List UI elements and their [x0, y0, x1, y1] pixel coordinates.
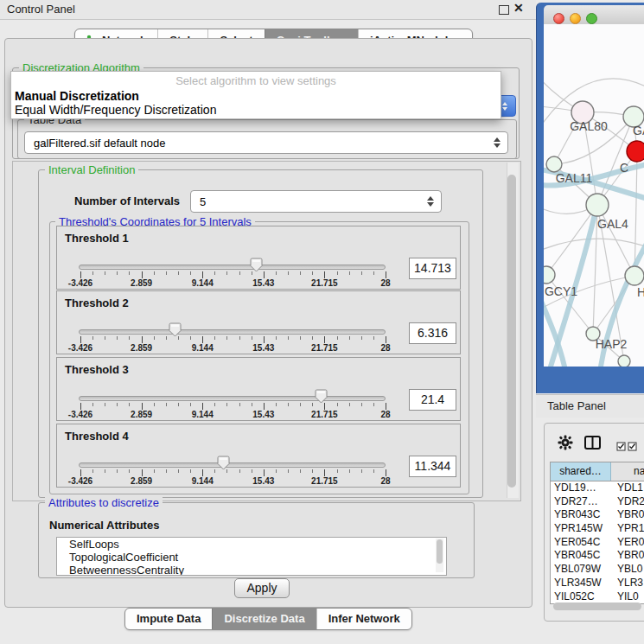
table-row[interactable]: YBR043CYBR0 [551, 508, 644, 522]
minimize-window-icon[interactable] [570, 13, 581, 24]
tick-mark [178, 469, 179, 473]
threshold-3-value-field[interactable]: 21.4 [409, 389, 456, 411]
slider-track[interactable] [79, 265, 386, 270]
gear-icon[interactable] [558, 435, 573, 454]
cell-shared-name[interactable]: YER054C [551, 536, 614, 550]
attribute-item-selfloops[interactable]: SelfLoops [57, 538, 446, 551]
column-view-icon[interactable] [584, 436, 601, 453]
network-node-c[interactable] [627, 141, 644, 162]
slider-track[interactable] [79, 329, 386, 335]
tick-mark [349, 271, 350, 275]
tab-impute-data[interactable]: Impute Data [125, 609, 212, 629]
number-of-intervals-label: Number of Intervals [74, 194, 180, 207]
table-row[interactable]: YPR145WYPR1 [551, 522, 644, 536]
cell-name[interactable]: YBL0 [614, 563, 644, 577]
network-node-gal4[interactable] [586, 194, 609, 216]
threshold-2-value-field[interactable]: 6.316 [409, 322, 456, 344]
slider-thumb[interactable] [217, 456, 230, 474]
cell-name[interactable]: YIL0 [614, 590, 644, 604]
float-window-icon[interactable] [499, 5, 509, 15]
threshold-1-slider[interactable]: -3.4262.8599.14415.4321.71528 [57, 226, 460, 289]
tick-mark [300, 403, 301, 406]
threshold-2-slider[interactable]: -3.4262.8599.14415.4321.71528 [57, 291, 460, 354]
checkbox-checked-icon[interactable] [616, 439, 626, 455]
apply-button[interactable]: Apply [234, 578, 290, 598]
table-row[interactable]: YBL079WYBL0 [551, 563, 644, 577]
cell-name[interactable]: YDR2 [614, 495, 644, 509]
threshold-4-slider[interactable]: -3.4262.8599.14415.4321.71528 [57, 424, 460, 487]
network-node-gal11[interactable] [546, 156, 562, 172]
attribute-item-betweennesscentrality[interactable]: BetweennessCentrality [57, 564, 446, 576]
tick-mark [166, 403, 167, 406]
slider-thumb[interactable] [250, 258, 263, 276]
cell-shared-name[interactable]: YBR043C [551, 508, 614, 522]
table-row[interactable]: YBR045CYBR0 [551, 549, 644, 563]
close-window-icon[interactable] [553, 13, 564, 24]
close-panel-icon[interactable]: ✕ [513, 3, 524, 13]
tab-infer-network[interactable]: Infer Network [316, 609, 411, 629]
network-node-h[interactable] [625, 266, 644, 285]
tick-mark [105, 469, 105, 473]
cell-name[interactable]: YBR0 [614, 508, 644, 522]
tick-mark [349, 403, 350, 406]
column-header-name[interactable]: na [611, 462, 644, 481]
cell-shared-name[interactable]: YBR045C [551, 549, 614, 563]
cell-shared-name[interactable]: YIL052C [551, 590, 614, 604]
algorithm-option-manual[interactable]: Manual Discretization [11, 89, 501, 103]
checkbox-checked-icon[interactable] [628, 439, 637, 455]
tab-discretize-data[interactable]: Discretize Data [212, 609, 316, 629]
tick-mark [92, 469, 93, 473]
attribute-item-topologicalcoefficient[interactable]: TopologicalCoefficient [57, 551, 446, 564]
table-data-combobox[interactable]: galFiltered.sif default node [24, 131, 508, 154]
table-row[interactable]: YLR345WYLR3 [551, 577, 644, 590]
threshold-1-value-field[interactable]: 14.713 [409, 258, 456, 279]
network-window-titlebar[interactable] [544, 5, 644, 25]
cell-shared-name[interactable]: YLR345W [551, 577, 614, 590]
cell-name[interactable]: YDL1 [614, 481, 644, 495]
tick-label: 21.715 [298, 278, 350, 288]
cell-shared-name[interactable]: YBL079W [551, 563, 614, 577]
table-panel-title: Table Panel [547, 399, 606, 412]
attributes-scrollbar-thumb[interactable] [437, 539, 443, 564]
tick-mark [300, 271, 301, 275]
tick-label: 28 [360, 343, 411, 353]
column-header-shared[interactable]: shared… [551, 462, 611, 481]
tick-mark [80, 336, 81, 343]
cell-name[interactable]: YPR1 [614, 522, 644, 536]
slider-track[interactable] [79, 396, 386, 401]
slider-track[interactable] [79, 462, 386, 468]
table-hscrollbar-thumb[interactable] [553, 603, 641, 610]
cell-shared-name[interactable]: YDR27… [551, 495, 614, 509]
table-row[interactable]: YDR27…YDR2 [551, 495, 644, 509]
table-row[interactable]: YER054CYER0 [551, 536, 644, 550]
threshold-3-slider[interactable]: -3.4262.8599.14415.4321.71528 [57, 358, 460, 420]
cell-name[interactable]: YLR3 [614, 577, 644, 590]
tick-mark [80, 403, 81, 410]
network-node-node[interactable] [618, 355, 630, 367]
table-row[interactable]: YDL19…YDL1 [551, 481, 644, 495]
network-canvas[interactable]: GAL80GACGAL11GAL4GCY1HAHAP2 [544, 24, 644, 367]
threshold-2-row: Threshold 2 -3.4262.8599.14415.4321.7152… [56, 290, 461, 354]
number-of-intervals-combobox[interactable]: 5 [190, 190, 442, 213]
tick-label: 15.43 [238, 410, 290, 419]
threshold-4-value-field[interactable]: 11.344 [409, 456, 456, 477]
slider-thumb[interactable] [169, 322, 182, 341]
cell-name[interactable]: YBR0 [614, 549, 644, 563]
cell-name[interactable]: YER0 [614, 536, 644, 550]
cell-shared-name[interactable]: YPR145W [551, 522, 614, 536]
network-edge[interactable] [544, 239, 644, 251]
tick-mark [105, 336, 105, 340]
cell-shared-name[interactable]: YDL19… [551, 481, 614, 495]
tick-mark [117, 403, 118, 406]
network-edge[interactable] [597, 205, 634, 276]
tick-mark [226, 403, 227, 406]
table-row[interactable]: YIL052CYIL0 [551, 590, 644, 604]
slider-thumb[interactable] [315, 389, 328, 407]
network-node-gcy1[interactable] [544, 266, 555, 284]
tick-mark [276, 403, 277, 406]
tick-mark [288, 469, 289, 473]
algorithm-option-equal-width[interactable]: Equal Width/Frequency Discretization [11, 103, 501, 117]
settings-scrollbar-thumb[interactable] [507, 175, 516, 488]
network-graph[interactable]: GAL80GACGAL11GAL4GCY1HAHAP2 [544, 24, 644, 367]
zoom-window-icon[interactable] [586, 13, 597, 24]
